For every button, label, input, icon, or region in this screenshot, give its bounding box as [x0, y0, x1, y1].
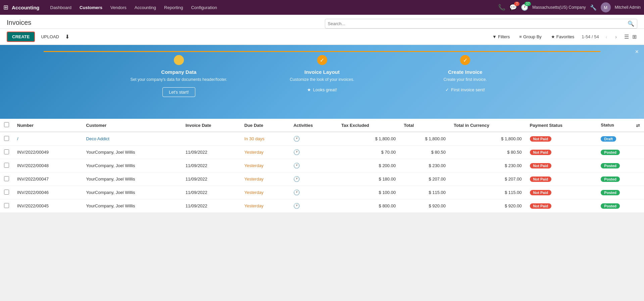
- row-activities-1[interactable]: 🕐: [289, 146, 337, 159]
- kanban-view-icon[interactable]: ⊞: [632, 33, 637, 41]
- row-activities-0[interactable]: 🕐: [289, 132, 337, 146]
- th-total-currency: Total in Currency: [450, 119, 526, 132]
- create-button[interactable]: CREATE: [7, 32, 35, 42]
- row-status-1: Posted: [597, 146, 644, 159]
- row-total-currency-5: $ 920.00: [450, 199, 526, 213]
- row-number-0[interactable]: /: [13, 132, 82, 146]
- th-status: Status ⇄: [597, 119, 644, 132]
- avatar[interactable]: M: [601, 2, 611, 12]
- company-name: Massachusetts(US) Company: [532, 5, 586, 10]
- row-checkbox-cell: [0, 146, 13, 159]
- next-page-button[interactable]: ›: [614, 34, 618, 40]
- filters-button[interactable]: ▼ Filters: [490, 33, 512, 41]
- step1-desc: Set your company's data for documents he…: [131, 77, 227, 83]
- first-invoice-icon: ✓: [445, 87, 449, 92]
- page-title: Invoices: [7, 17, 319, 29]
- row-checkbox-5[interactable]: [4, 203, 9, 208]
- row-customer-3[interactable]: YourCompany, Joel Willis: [82, 172, 182, 186]
- filter-icon: ▼: [492, 34, 497, 39]
- row-payment-status-1: Not Paid: [526, 146, 597, 159]
- nav-accounting[interactable]: Accounting: [131, 3, 159, 12]
- app-grid-icon[interactable]: ⊞: [3, 4, 8, 11]
- row-due-date-0: In 30 days: [240, 132, 289, 146]
- upload-button[interactable]: UPLOAD: [38, 32, 62, 41]
- activity-clock-icon[interactable]: 🕐: [293, 176, 300, 182]
- favorites-button[interactable]: ★ Favorites: [549, 33, 576, 41]
- row-activities-3[interactable]: 🕐: [289, 172, 337, 186]
- step-dot-2: ✓: [317, 55, 327, 65]
- payment-status-badge-3: Not Paid: [530, 177, 552, 182]
- row-number-5[interactable]: INV/2022/00045: [13, 199, 82, 213]
- activity-clock-icon[interactable]: 🕐: [293, 190, 300, 195]
- row-payment-status-5: Not Paid: [526, 199, 597, 213]
- row-checkbox-0[interactable]: [4, 136, 9, 141]
- search-input[interactable]: [328, 21, 628, 26]
- row-activities-5[interactable]: 🕐: [289, 199, 337, 213]
- row-customer-4[interactable]: YourCompany, Joel Willis: [82, 186, 182, 199]
- prev-page-button[interactable]: ‹: [604, 34, 609, 40]
- row-checkbox-4[interactable]: [4, 190, 9, 195]
- download-button[interactable]: ⬇: [65, 34, 69, 40]
- row-number-3[interactable]: INV/2022/00047: [13, 172, 82, 186]
- row-checkbox-3[interactable]: [4, 176, 9, 181]
- select-all-checkbox[interactable]: [4, 122, 9, 127]
- row-total-5: $ 920.00: [400, 199, 450, 213]
- row-activities-4[interactable]: 🕐: [289, 186, 337, 199]
- step1-action: Let's start!: [162, 87, 195, 97]
- th-total: Total: [400, 119, 450, 132]
- lets-start-button[interactable]: Let's start!: [162, 87, 195, 97]
- activity-icon[interactable]: 🕐 37: [521, 4, 528, 11]
- onboarding-banner: × Company Data Set your company's data f…: [0, 45, 644, 119]
- status-badge-0: Draft: [601, 136, 616, 142]
- nav-dashboard[interactable]: Dashboard: [47, 3, 75, 12]
- step3-desc: Create your first invoice.: [443, 77, 487, 83]
- row-customer-5[interactable]: YourCompany, Joel Willis: [82, 199, 182, 213]
- row-number-1[interactable]: INV/2022/00049: [13, 146, 82, 159]
- nav-customers[interactable]: Customers: [76, 3, 106, 12]
- row-total-3: $ 207.00: [400, 172, 450, 186]
- th-invoice-date: Invoice Date: [182, 119, 240, 132]
- row-customer-1[interactable]: YourCompany, Joel Willis: [82, 146, 182, 159]
- row-total-currency-4: $ 115.00: [450, 186, 526, 199]
- activity-clock-icon[interactable]: 🕐: [293, 203, 300, 209]
- row-customer-0[interactable]: Deco Addict: [82, 132, 182, 146]
- row-total-1: $ 80.50: [400, 146, 450, 159]
- support-icon[interactable]: 📞: [498, 4, 505, 11]
- first-invoice-label: First invoice sent!: [451, 87, 485, 92]
- activity-clock-icon[interactable]: 🕐: [293, 149, 300, 155]
- search-container: 🔍: [325, 19, 638, 29]
- chat-icon[interactable]: 💬 7: [509, 4, 517, 11]
- groupby-button[interactable]: ≡ Group By: [517, 33, 544, 41]
- wrench-icon[interactable]: 🔧: [590, 4, 597, 11]
- th-activities: Activities: [289, 119, 337, 132]
- row-customer-2[interactable]: YourCompany, Joel Willis: [82, 159, 182, 172]
- row-due-date-1: Yesterday: [240, 146, 289, 159]
- list-view-icon[interactable]: ☰: [624, 33, 630, 41]
- invoice-table: Number Customer Invoice Date Due Date Ac…: [0, 119, 644, 213]
- row-checkbox-1[interactable]: [4, 149, 9, 154]
- progress-line: [44, 51, 600, 52]
- row-checkbox-cell: [0, 159, 13, 172]
- row-status-2: Posted: [597, 159, 644, 172]
- payment-status-badge-0: Not Paid: [530, 136, 552, 142]
- sort-icon[interactable]: ⇄: [636, 123, 640, 128]
- row-total-currency-2: $ 230.00: [450, 159, 526, 172]
- nav-configuration[interactable]: Configuration: [188, 3, 220, 12]
- layers-icon: ≡: [519, 34, 522, 39]
- row-number-4[interactable]: INV/2022/00046: [13, 186, 82, 199]
- search-icon[interactable]: 🔍: [628, 20, 634, 27]
- activity-clock-icon[interactable]: 🕐: [293, 163, 300, 168]
- row-checkbox-2[interactable]: [4, 163, 9, 168]
- row-status-4: Posted: [597, 186, 644, 199]
- row-due-date-5: Yesterday: [240, 199, 289, 213]
- row-activities-2[interactable]: 🕐: [289, 159, 337, 172]
- nav-reporting[interactable]: Reporting: [161, 3, 186, 12]
- activity-clock-icon[interactable]: 🕐: [293, 136, 300, 142]
- row-number-2[interactable]: INV/2022/00048: [13, 159, 82, 172]
- nav-vendors[interactable]: Vendors: [107, 3, 130, 12]
- row-total-currency-3: $ 207.00: [450, 172, 526, 186]
- step2-action: ★ Looks great!: [307, 87, 337, 92]
- banner-close-button[interactable]: ×: [635, 48, 639, 55]
- payment-status-badge-4: Not Paid: [530, 190, 552, 195]
- th-number: Number: [13, 119, 82, 132]
